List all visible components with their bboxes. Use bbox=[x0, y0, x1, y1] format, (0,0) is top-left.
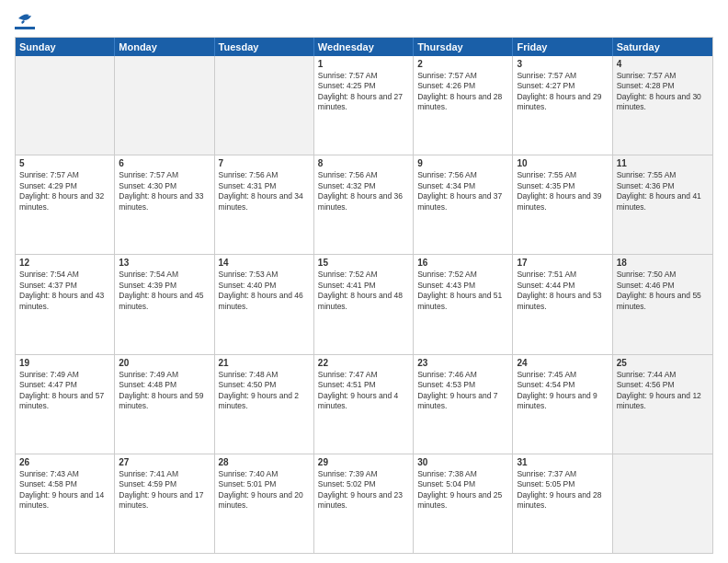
calendar-cell bbox=[215, 56, 314, 155]
calendar-body: 1Sunrise: 7:57 AM Sunset: 4:25 PM Daylig… bbox=[16, 56, 712, 553]
day-number: 6 bbox=[119, 158, 210, 168]
cell-text: Sunrise: 7:37 AM Sunset: 5:05 PM Dayligh… bbox=[517, 469, 608, 511]
calendar-cell: 5Sunrise: 7:57 AM Sunset: 4:29 PM Daylig… bbox=[16, 155, 115, 254]
cell-text: Sunrise: 7:56 AM Sunset: 4:34 PM Dayligh… bbox=[417, 170, 508, 213]
day-number: 26 bbox=[19, 457, 110, 467]
calendar-cell: 16Sunrise: 7:52 AM Sunset: 4:43 PM Dayli… bbox=[414, 255, 513, 353]
cell-text: Sunrise: 7:54 AM Sunset: 4:39 PM Dayligh… bbox=[119, 270, 210, 312]
cell-text: Sunrise: 7:46 AM Sunset: 4:53 PM Dayligh… bbox=[417, 370, 508, 412]
calendar-cell: 30Sunrise: 7:38 AM Sunset: 5:04 PM Dayli… bbox=[414, 454, 513, 553]
calendar-header-cell: Tuesday bbox=[215, 38, 314, 56]
cell-text: Sunrise: 7:49 AM Sunset: 4:47 PM Dayligh… bbox=[19, 370, 110, 412]
calendar: SundayMondayTuesdayWednesdayThursdayFrid… bbox=[15, 37, 713, 554]
calendar-cell bbox=[16, 56, 115, 155]
calendar-cell: 13Sunrise: 7:54 AM Sunset: 4:39 PM Dayli… bbox=[115, 255, 214, 353]
calendar-row: 12Sunrise: 7:54 AM Sunset: 4:37 PM Dayli… bbox=[16, 255, 712, 354]
calendar-cell bbox=[115, 56, 214, 155]
calendar-header-cell: Saturday bbox=[613, 38, 712, 56]
calendar-cell: 11Sunrise: 7:55 AM Sunset: 4:36 PM Dayli… bbox=[613, 155, 712, 254]
day-number: 25 bbox=[617, 358, 709, 368]
calendar-header-cell: Thursday bbox=[414, 38, 513, 56]
calendar-cell: 15Sunrise: 7:52 AM Sunset: 4:41 PM Dayli… bbox=[314, 255, 414, 353]
day-number: 14 bbox=[219, 258, 310, 268]
logo-bird-icon bbox=[17, 11, 35, 26]
cell-text: Sunrise: 7:54 AM Sunset: 4:37 PM Dayligh… bbox=[19, 270, 110, 312]
cell-text: Sunrise: 7:52 AM Sunset: 4:43 PM Dayligh… bbox=[417, 270, 508, 312]
cell-text: Sunrise: 7:52 AM Sunset: 4:41 PM Dayligh… bbox=[318, 270, 409, 312]
calendar-header-cell: Sunday bbox=[16, 38, 115, 56]
day-number: 16 bbox=[417, 258, 508, 268]
calendar-cell: 22Sunrise: 7:47 AM Sunset: 4:51 PM Dayli… bbox=[314, 355, 414, 454]
day-number: 5 bbox=[19, 158, 110, 168]
day-number: 13 bbox=[119, 258, 210, 268]
logo bbox=[15, 11, 35, 29]
calendar-cell: 2Sunrise: 7:57 AM Sunset: 4:26 PM Daylig… bbox=[414, 56, 513, 155]
calendar-cell: 23Sunrise: 7:46 AM Sunset: 4:53 PM Dayli… bbox=[414, 355, 513, 454]
calendar-header-cell: Friday bbox=[513, 38, 612, 56]
calendar-cell: 18Sunrise: 7:50 AM Sunset: 4:46 PM Dayli… bbox=[613, 255, 712, 353]
calendar-cell: 1Sunrise: 7:57 AM Sunset: 4:25 PM Daylig… bbox=[314, 56, 414, 155]
calendar-cell: 20Sunrise: 7:49 AM Sunset: 4:48 PM Dayli… bbox=[115, 355, 214, 454]
calendar-cell: 25Sunrise: 7:44 AM Sunset: 4:56 PM Dayli… bbox=[613, 355, 712, 454]
day-number: 2 bbox=[417, 59, 508, 69]
calendar-cell: 24Sunrise: 7:45 AM Sunset: 4:54 PM Dayli… bbox=[513, 355, 612, 454]
cell-text: Sunrise: 7:56 AM Sunset: 4:32 PM Dayligh… bbox=[318, 170, 409, 213]
calendar-cell: 26Sunrise: 7:43 AM Sunset: 4:58 PM Dayli… bbox=[16, 454, 115, 553]
day-number: 8 bbox=[318, 158, 409, 168]
cell-text: Sunrise: 7:38 AM Sunset: 5:04 PM Dayligh… bbox=[417, 469, 508, 511]
calendar-cell: 12Sunrise: 7:54 AM Sunset: 4:37 PM Dayli… bbox=[16, 255, 115, 353]
calendar-cell: 9Sunrise: 7:56 AM Sunset: 4:34 PM Daylig… bbox=[414, 155, 513, 254]
calendar-cell: 7Sunrise: 7:56 AM Sunset: 4:31 PM Daylig… bbox=[215, 155, 314, 254]
day-number: 23 bbox=[417, 358, 508, 368]
day-number: 18 bbox=[617, 258, 709, 268]
day-number: 12 bbox=[19, 258, 110, 268]
calendar-cell: 8Sunrise: 7:56 AM Sunset: 4:32 PM Daylig… bbox=[314, 155, 414, 254]
calendar-cell: 31Sunrise: 7:37 AM Sunset: 5:05 PM Dayli… bbox=[513, 454, 612, 553]
day-number: 19 bbox=[19, 358, 110, 368]
cell-text: Sunrise: 7:45 AM Sunset: 4:54 PM Dayligh… bbox=[517, 370, 608, 412]
day-number: 1 bbox=[318, 59, 409, 69]
day-number: 15 bbox=[318, 258, 409, 268]
cell-text: Sunrise: 7:53 AM Sunset: 4:40 PM Dayligh… bbox=[219, 270, 310, 312]
day-number: 27 bbox=[119, 457, 210, 467]
cell-text: Sunrise: 7:50 AM Sunset: 4:46 PM Dayligh… bbox=[617, 270, 709, 312]
cell-text: Sunrise: 7:48 AM Sunset: 4:50 PM Dayligh… bbox=[219, 370, 310, 412]
calendar-row: 5Sunrise: 7:57 AM Sunset: 4:29 PM Daylig… bbox=[16, 155, 712, 255]
calendar-cell bbox=[613, 454, 712, 553]
page: SundayMondayTuesdayWednesdayThursdayFrid… bbox=[0, 0, 728, 563]
calendar-row: 19Sunrise: 7:49 AM Sunset: 4:47 PM Dayli… bbox=[16, 355, 712, 454]
cell-text: Sunrise: 7:56 AM Sunset: 4:31 PM Dayligh… bbox=[219, 170, 310, 213]
day-number: 20 bbox=[119, 358, 210, 368]
calendar-cell: 21Sunrise: 7:48 AM Sunset: 4:50 PM Dayli… bbox=[215, 355, 314, 454]
day-number: 4 bbox=[617, 59, 709, 69]
day-number: 3 bbox=[517, 59, 608, 69]
cell-text: Sunrise: 7:55 AM Sunset: 4:36 PM Dayligh… bbox=[617, 170, 709, 213]
calendar-cell: 14Sunrise: 7:53 AM Sunset: 4:40 PM Dayli… bbox=[215, 255, 314, 353]
day-number: 21 bbox=[219, 358, 310, 368]
day-number: 10 bbox=[517, 158, 608, 168]
calendar-cell: 29Sunrise: 7:39 AM Sunset: 5:02 PM Dayli… bbox=[314, 454, 414, 553]
day-number: 22 bbox=[318, 358, 409, 368]
day-number: 30 bbox=[417, 457, 508, 467]
calendar-cell: 28Sunrise: 7:40 AM Sunset: 5:01 PM Dayli… bbox=[215, 454, 314, 553]
cell-text: Sunrise: 7:39 AM Sunset: 5:02 PM Dayligh… bbox=[318, 469, 409, 511]
cell-text: Sunrise: 7:43 AM Sunset: 4:58 PM Dayligh… bbox=[19, 469, 110, 511]
day-number: 28 bbox=[219, 457, 310, 467]
calendar-row: 26Sunrise: 7:43 AM Sunset: 4:58 PM Dayli… bbox=[16, 454, 712, 553]
cell-text: Sunrise: 7:47 AM Sunset: 4:51 PM Dayligh… bbox=[318, 370, 409, 412]
cell-text: Sunrise: 7:44 AM Sunset: 4:56 PM Dayligh… bbox=[617, 370, 709, 412]
cell-text: Sunrise: 7:57 AM Sunset: 4:27 PM Dayligh… bbox=[517, 71, 608, 113]
calendar-cell: 4Sunrise: 7:57 AM Sunset: 4:28 PM Daylig… bbox=[613, 56, 712, 155]
logo-text bbox=[15, 11, 35, 26]
calendar-cell: 6Sunrise: 7:57 AM Sunset: 4:30 PM Daylig… bbox=[115, 155, 214, 254]
cell-text: Sunrise: 7:40 AM Sunset: 5:01 PM Dayligh… bbox=[219, 469, 310, 511]
calendar-cell: 10Sunrise: 7:55 AM Sunset: 4:35 PM Dayli… bbox=[513, 155, 612, 254]
day-number: 9 bbox=[417, 158, 508, 168]
day-number: 11 bbox=[617, 158, 709, 168]
calendar-cell: 27Sunrise: 7:41 AM Sunset: 4:59 PM Dayli… bbox=[115, 454, 214, 553]
calendar-header-cell: Monday bbox=[115, 38, 214, 56]
calendar-cell: 19Sunrise: 7:49 AM Sunset: 4:47 PM Dayli… bbox=[16, 355, 115, 454]
calendar-header-cell: Wednesday bbox=[314, 38, 414, 56]
cell-text: Sunrise: 7:51 AM Sunset: 4:44 PM Dayligh… bbox=[517, 270, 608, 312]
calendar-cell: 3Sunrise: 7:57 AM Sunset: 4:27 PM Daylig… bbox=[513, 56, 612, 155]
